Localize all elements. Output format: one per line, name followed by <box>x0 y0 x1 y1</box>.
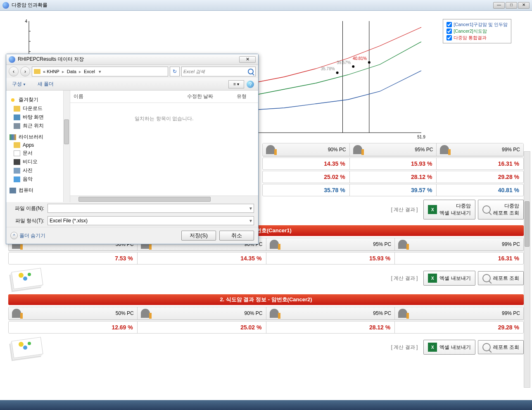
filename-input[interactable]: ▾ <box>48 204 254 213</box>
excel-export-button[interactable]: X 엑셀 내보내기 <box>423 271 475 286</box>
close-button[interactable]: ✕ <box>518 2 530 9</box>
pc-value: 15.93 % <box>266 253 395 264</box>
report-view-button[interactable]: 레포트 조회 <box>478 271 524 285</box>
btn-line1: 다중암 <box>504 203 519 209</box>
person-icon <box>353 145 362 154</box>
chart-legend: [Cancer1]구강암 및 인두암 [Cancer2]식도암 다중암 통합결과 <box>443 19 511 43</box>
nav-back-button[interactable]: ‹ <box>9 67 19 76</box>
sidebar-recent[interactable]: 최근 위치 <box>6 122 70 130</box>
legend-item[interactable]: [Cancer2]식도암 <box>446 28 508 34</box>
scrollbar-thumb[interactable] <box>64 119 69 144</box>
bc-seg[interactable]: Excel <box>83 69 96 74</box>
svg-point-21 <box>368 61 370 64</box>
excel-export-button[interactable]: X 엑셀 내보내기 <box>423 340 475 355</box>
folder-icon <box>34 69 40 74</box>
bc-seg[interactable]: KHNP <box>45 69 61 74</box>
legend-checkbox[interactable] <box>446 22 452 27</box>
sidebar-apps[interactable]: Apps <box>6 141 70 149</box>
dialog-close-button[interactable]: ✕ <box>239 56 256 63</box>
svg-text:39.57%: 39.57% <box>337 60 351 65</box>
legend-item[interactable]: [Cancer1]구강암 및 인두암 <box>446 21 508 28</box>
vertical-scrollbar[interactable] <box>524 151 530 388</box>
pc-value: 29.28 % <box>395 322 523 333</box>
pc-header-label: 99% PC <box>502 147 520 153</box>
person-icon <box>141 309 150 318</box>
pc-header-label: 99% PC <box>502 241 520 247</box>
person-icon <box>12 309 21 318</box>
sidebar-photo[interactable]: 사진 <box>6 166 70 175</box>
refresh-button[interactable]: ↻ <box>170 67 180 76</box>
pc-value: 25.02 % <box>138 322 266 333</box>
filetype-select[interactable]: Excel File (*.xlsx)▾ <box>48 216 254 225</box>
save-button[interactable]: 저장(S) <box>181 231 216 241</box>
col-date[interactable]: 수정한 날짜 <box>184 92 233 101</box>
chevron-right-icon: ▸ <box>78 69 83 74</box>
hide-folders-link[interactable]: ^ 폴더 숨기기 <box>10 232 45 239</box>
btn-label: 엑셀 내보내기 <box>439 344 470 351</box>
legend-checkbox[interactable] <box>446 35 452 41</box>
search-input[interactable] <box>183 69 248 74</box>
svg-text:35.78%: 35.78% <box>321 67 335 71</box>
sidebar-music[interactable]: 음악 <box>6 175 70 184</box>
pc-value: 35.78 % <box>263 184 349 196</box>
col-type[interactable]: 유형 <box>233 92 258 101</box>
legend-checkbox[interactable] <box>446 29 452 34</box>
chevron-up-icon: ^ <box>10 232 18 239</box>
btn-label: 레포트 조회 <box>493 275 519 282</box>
breadcrumb[interactable]: « KHNP ▸ Data ▸ Excel ▾ <box>32 67 168 76</box>
sidebar-desktop[interactable]: 바탕 화면 <box>6 113 70 122</box>
report-decor-icon <box>8 268 45 288</box>
sidebar-docs[interactable]: 문서 <box>6 149 70 157</box>
pc-value: 12.69 % <box>9 322 137 333</box>
col-name[interactable]: 이름 <box>70 92 184 101</box>
pc-value: 28.12 % <box>266 322 395 333</box>
nav-forward-button[interactable]: › <box>20 67 30 76</box>
sidebar-downloads[interactable]: 다운로드 <box>6 104 70 113</box>
legend-label: [Cancer2]식도암 <box>454 28 487 34</box>
organize-button[interactable]: 구성▼ <box>10 80 28 88</box>
new-folder-button[interactable]: 새 폴더 <box>36 80 55 88</box>
pc-value: 40.81 % <box>437 184 523 196</box>
sidebar-favorites[interactable]: 즐겨찾기 <box>6 95 70 104</box>
pc-header-label: 95% PC <box>373 310 391 316</box>
pc-value: 29.28 % <box>437 171 523 183</box>
main-titlebar: 다중암 인과확률 — □ ✕ <box>0 0 532 11</box>
breadcrumb-dropdown[interactable]: ▾ <box>96 69 104 74</box>
person-icon <box>398 240 407 249</box>
minimize-button[interactable]: — <box>493 2 505 9</box>
excel-icon: X <box>428 343 437 352</box>
pc-value: 39.57 % <box>350 184 437 196</box>
dialog-title-text: RHIPEPCResults 데이터 저장 <box>18 56 239 63</box>
multi-report-view-button[interactable]: 다중암 레포트 조회 <box>478 200 524 219</box>
sidebar-library[interactable]: 라이브러리 <box>6 133 70 141</box>
horizontal-scrollbar[interactable] <box>70 195 258 202</box>
magnifier-icon <box>482 343 491 351</box>
scrollbar-thumb[interactable] <box>78 197 211 202</box>
empty-message: 일치하는 항목이 없습니다. <box>70 103 258 135</box>
magnifier-icon <box>482 205 491 214</box>
legend-item[interactable]: 다중암 통합결과 <box>446 35 508 41</box>
report-view-button[interactable]: 레포트 조회 <box>478 340 524 354</box>
legend-label: [Cancer1]구강암 및 인두암 <box>454 21 508 28</box>
person-icon <box>440 145 449 154</box>
scrollbar-thumb[interactable] <box>525 201 530 247</box>
legend-label: 다중암 통합결과 <box>454 35 487 41</box>
calc-result-label: [ 계산 결과 ] <box>391 206 418 213</box>
sidebar-computer[interactable]: 컴퓨터 <box>6 186 70 195</box>
help-button[interactable]: ? <box>247 81 254 88</box>
multi-excel-export-button[interactable]: X 다중암 엑셀 내보내기 <box>423 200 475 219</box>
sidebar-video[interactable]: 비디오 <box>6 157 70 166</box>
pc-value: 7.53 % <box>9 253 137 264</box>
sidebar-scrollbar[interactable] <box>63 91 70 202</box>
person-icon <box>270 309 279 318</box>
btn-line1: 다중암 <box>456 203 471 209</box>
cancel-button[interactable]: 취소 <box>219 231 254 241</box>
report-decor-icon <box>8 337 45 358</box>
maximize-button[interactable]: □ <box>506 2 517 9</box>
search-box[interactable] <box>181 67 256 76</box>
pc-value: 16.31 % <box>437 158 523 169</box>
view-mode-button[interactable]: ≡ ▾ <box>228 80 244 88</box>
file-list: 이름 수정한 날짜 유형 일치하는 항목이 없습니다. <box>70 91 258 202</box>
taskbar[interactable] <box>0 400 532 410</box>
bc-seg[interactable]: Data <box>66 69 78 74</box>
